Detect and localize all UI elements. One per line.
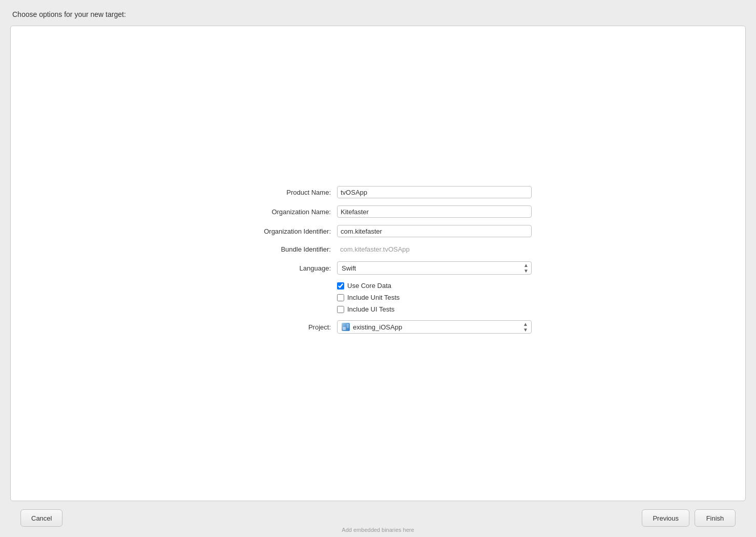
org-id-input[interactable] — [337, 225, 532, 237]
checkbox-list: Use Core Data Include Unit Tests Include… — [337, 282, 532, 313]
watermark-text: Add embedded binaries here — [342, 527, 414, 533]
project-value: existing_iOSApp — [353, 323, 402, 331]
unit-tests-checkbox[interactable] — [337, 294, 344, 301]
project-select-arrows-icon: ▲ ▼ — [523, 322, 528, 333]
core-data-label: Use Core Data — [347, 282, 391, 290]
project-select-wrapper: existing_iOSApp ▲ ▼ — [337, 320, 532, 334]
checkboxes-group: Use Core Data Include Unit Tests Include… — [224, 282, 532, 313]
ui-tests-label: Include UI Tests — [347, 305, 394, 313]
bundle-id-value: com.kitefaster.tvOSApp — [337, 244, 532, 254]
bottom-right-buttons: Previous Finish — [642, 509, 736, 527]
finish-button[interactable]: Finish — [695, 509, 736, 527]
project-icon — [342, 323, 350, 331]
ui-tests-checkbox[interactable] — [337, 306, 344, 313]
ui-tests-checkbox-row[interactable]: Include UI Tests — [337, 305, 532, 313]
product-name-row: Product Name: — [224, 186, 532, 198]
bottom-area: Cancel Previous Finish Add embedded bina… — [10, 501, 746, 537]
unit-tests-checkbox-row[interactable]: Include Unit Tests — [337, 294, 532, 301]
language-row: Language: Swift Objective-C ▲ ▼ — [224, 261, 532, 275]
page-title: Choose options for your new target: — [10, 10, 746, 18]
org-id-row: Organization Identifier: — [224, 225, 532, 237]
product-name-input[interactable] — [337, 186, 532, 198]
product-name-label: Product Name: — [224, 189, 337, 196]
previous-button[interactable]: Previous — [642, 509, 689, 527]
org-id-label: Organization Identifier: — [224, 228, 337, 235]
bundle-id-label: Bundle Identifier: — [224, 245, 337, 253]
language-select-wrapper: Swift Objective-C ▲ ▼ — [337, 261, 532, 275]
project-label: Project: — [224, 323, 337, 331]
bundle-id-row: Bundle Identifier: com.kitefaster.tvOSAp… — [224, 244, 532, 254]
language-label: Language: — [224, 264, 337, 272]
form-content: Product Name: Organization Name: Organiz… — [224, 186, 532, 341]
language-select[interactable]: Swift Objective-C — [337, 261, 532, 275]
org-name-input[interactable] — [337, 205, 532, 218]
unit-tests-label: Include Unit Tests — [347, 294, 400, 301]
org-name-row: Organization Name: — [224, 205, 532, 218]
org-name-label: Organization Name: — [224, 208, 337, 216]
core-data-checkbox[interactable] — [337, 282, 344, 290]
core-data-checkbox-row[interactable]: Use Core Data — [337, 282, 532, 290]
project-select-display[interactable]: existing_iOSApp ▲ ▼ — [337, 320, 532, 334]
cancel-button[interactable]: Cancel — [20, 509, 62, 527]
form-panel: Product Name: Organization Name: Organiz… — [10, 26, 746, 501]
project-row: Project: existing_iOSApp ▲ ▼ — [224, 320, 532, 334]
